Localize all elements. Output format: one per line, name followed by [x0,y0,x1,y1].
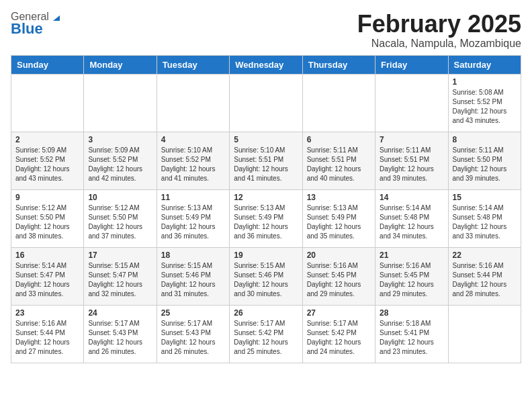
day-info: Sunrise: 5:14 AM Sunset: 5:47 PM Dayligh… [15,261,79,299]
day-number: 26 [234,308,298,318]
day-info: Sunrise: 5:16 AM Sunset: 5:44 PM Dayligh… [15,319,79,357]
day-number: 11 [161,193,225,202]
calendar-cell: 14Sunrise: 5:14 AM Sunset: 5:48 PM Dayli… [375,189,448,247]
day-number: 18 [161,250,225,260]
day-number: 19 [234,250,298,260]
logo-icon [50,11,61,22]
calendar-cell: 26Sunrise: 5:17 AM Sunset: 5:42 PM Dayli… [230,305,302,363]
day-number: 28 [380,308,443,318]
calendar-cell [375,74,448,132]
day-number: 24 [88,308,152,318]
calendar-header-monday: Monday [84,55,157,74]
day-info: Sunrise: 5:17 AM Sunset: 5:42 PM Dayligh… [234,319,298,357]
day-info: Sunrise: 5:10 AM Sunset: 5:51 PM Dayligh… [234,146,298,183]
page-header: General Blue February 2025 Nacala, Nampu… [11,11,521,50]
day-info: Sunrise: 5:09 AM Sunset: 5:52 PM Dayligh… [15,146,79,183]
calendar-header-thursday: Thursday [302,55,375,74]
day-info: Sunrise: 5:15 AM Sunset: 5:47 PM Dayligh… [88,261,152,299]
day-number: 12 [234,193,298,202]
calendar-cell [230,74,302,132]
day-info: Sunrise: 5:17 AM Sunset: 5:42 PM Dayligh… [307,319,371,357]
svg-marker-0 [53,15,60,21]
calendar-week-row: 2Sunrise: 5:09 AM Sunset: 5:52 PM Daylig… [11,132,521,189]
day-number: 8 [453,135,517,144]
calendar-cell: 4Sunrise: 5:10 AM Sunset: 5:52 PM Daylig… [157,132,229,189]
calendar-cell: 5Sunrise: 5:10 AM Sunset: 5:51 PM Daylig… [230,132,302,189]
day-number: 4 [161,135,225,144]
day-number: 3 [88,135,152,144]
day-info: Sunrise: 5:17 AM Sunset: 5:43 PM Dayligh… [161,319,225,357]
calendar-table: SundayMondayTuesdayWednesdayThursdayFrid… [11,55,521,363]
calendar-cell: 18Sunrise: 5:15 AM Sunset: 5:46 PM Dayli… [157,247,229,305]
day-info: Sunrise: 5:15 AM Sunset: 5:46 PM Dayligh… [234,261,298,299]
calendar-week-row: 16Sunrise: 5:14 AM Sunset: 5:47 PM Dayli… [11,247,521,305]
day-number: 10 [88,193,152,202]
calendar-cell: 28Sunrise: 5:18 AM Sunset: 5:41 PM Dayli… [375,305,448,363]
month-title: February 2025 [357,11,521,38]
calendar-header-wednesday: Wednesday [230,55,302,74]
calendar-cell: 3Sunrise: 5:09 AM Sunset: 5:52 PM Daylig… [84,132,157,189]
calendar-cell: 7Sunrise: 5:11 AM Sunset: 5:51 PM Daylig… [375,132,448,189]
calendar-cell: 21Sunrise: 5:16 AM Sunset: 5:45 PM Dayli… [375,247,448,305]
day-info: Sunrise: 5:18 AM Sunset: 5:41 PM Dayligh… [380,319,443,357]
day-number: 23 [15,308,79,318]
title-block: February 2025 Nacala, Nampula, Mozambiqu… [357,11,521,50]
calendar-cell: 1Sunrise: 5:08 AM Sunset: 5:52 PM Daylig… [448,74,521,132]
calendar-week-row: 1Sunrise: 5:08 AM Sunset: 5:52 PM Daylig… [11,74,521,132]
calendar-header-friday: Friday [375,55,448,74]
day-info: Sunrise: 5:17 AM Sunset: 5:43 PM Dayligh… [88,319,152,357]
calendar-cell [302,74,375,132]
day-info: Sunrise: 5:16 AM Sunset: 5:44 PM Dayligh… [453,261,517,299]
day-number: 5 [234,135,298,144]
day-number: 6 [307,135,371,144]
day-info: Sunrise: 5:16 AM Sunset: 5:45 PM Dayligh… [380,261,443,299]
day-info: Sunrise: 5:15 AM Sunset: 5:46 PM Dayligh… [161,261,225,299]
day-number: 25 [161,308,225,318]
calendar-cell: 27Sunrise: 5:17 AM Sunset: 5:42 PM Dayli… [302,305,375,363]
day-number: 21 [380,250,443,260]
day-number: 2 [15,135,79,144]
calendar-cell: 8Sunrise: 5:11 AM Sunset: 5:50 PM Daylig… [448,132,521,189]
calendar-week-row: 9Sunrise: 5:12 AM Sunset: 5:50 PM Daylig… [11,189,521,247]
day-info: Sunrise: 5:09 AM Sunset: 5:52 PM Dayligh… [88,146,152,183]
calendar-cell: 15Sunrise: 5:14 AM Sunset: 5:48 PM Dayli… [448,189,521,247]
day-number: 14 [380,193,443,202]
calendar-cell: 2Sunrise: 5:09 AM Sunset: 5:52 PM Daylig… [11,132,84,189]
day-number: 15 [453,193,517,202]
day-number: 27 [307,308,371,318]
day-number: 1 [453,77,517,87]
day-number: 17 [88,250,152,260]
day-number: 13 [307,193,371,202]
calendar-cell [84,74,157,132]
day-info: Sunrise: 5:13 AM Sunset: 5:49 PM Dayligh… [234,203,298,241]
logo-blue-text: Blue [11,20,43,38]
day-number: 20 [307,250,371,260]
calendar-cell: 11Sunrise: 5:13 AM Sunset: 5:49 PM Dayli… [157,189,229,247]
day-info: Sunrise: 5:12 AM Sunset: 5:50 PM Dayligh… [15,203,79,241]
day-number: 9 [15,193,79,202]
day-info: Sunrise: 5:16 AM Sunset: 5:45 PM Dayligh… [307,261,371,299]
day-info: Sunrise: 5:10 AM Sunset: 5:52 PM Dayligh… [161,146,225,183]
calendar-cell: 20Sunrise: 5:16 AM Sunset: 5:45 PM Dayli… [302,247,375,305]
calendar-cell: 10Sunrise: 5:12 AM Sunset: 5:50 PM Dayli… [84,189,157,247]
calendar-cell [157,74,229,132]
calendar-header-row: SundayMondayTuesdayWednesdayThursdayFrid… [11,55,521,74]
day-info: Sunrise: 5:12 AM Sunset: 5:50 PM Dayligh… [88,203,152,241]
calendar-cell: 6Sunrise: 5:11 AM Sunset: 5:51 PM Daylig… [302,132,375,189]
location-text: Nacala, Nampula, Mozambique [357,38,521,50]
calendar-cell: 23Sunrise: 5:16 AM Sunset: 5:44 PM Dayli… [11,305,84,363]
logo: General Blue [11,11,61,38]
day-number: 16 [15,250,79,260]
calendar-cell: 24Sunrise: 5:17 AM Sunset: 5:43 PM Dayli… [84,305,157,363]
day-info: Sunrise: 5:11 AM Sunset: 5:50 PM Dayligh… [453,146,517,183]
calendar-cell: 19Sunrise: 5:15 AM Sunset: 5:46 PM Dayli… [230,247,302,305]
calendar-header-saturday: Saturday [448,55,521,74]
day-number: 7 [380,135,443,144]
day-info: Sunrise: 5:13 AM Sunset: 5:49 PM Dayligh… [161,203,225,241]
calendar-cell: 25Sunrise: 5:17 AM Sunset: 5:43 PM Dayli… [157,305,229,363]
calendar-cell: 17Sunrise: 5:15 AM Sunset: 5:47 PM Dayli… [84,247,157,305]
calendar-cell: 9Sunrise: 5:12 AM Sunset: 5:50 PM Daylig… [11,189,84,247]
calendar-cell [11,74,84,132]
day-info: Sunrise: 5:11 AM Sunset: 5:51 PM Dayligh… [307,146,371,183]
calendar-cell: 22Sunrise: 5:16 AM Sunset: 5:44 PM Dayli… [448,247,521,305]
